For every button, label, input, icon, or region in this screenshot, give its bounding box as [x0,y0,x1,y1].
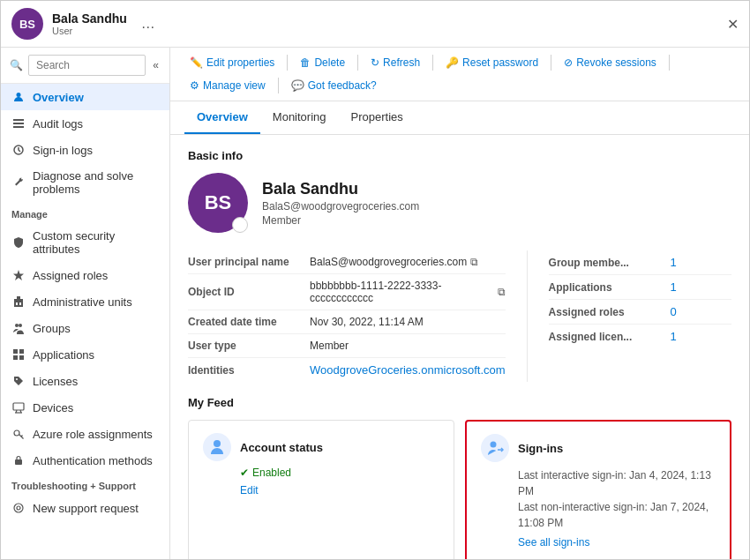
sign-ins-line2: Last non-interactive sign-in: Jan 7, 202… [518,499,716,531]
account-status-card: Account status ✔ Enabled Edit [188,420,454,559]
sidebar-item-audit-logs[interactable]: Audit logs [1,110,169,137]
svg-point-23 [14,504,23,512]
edit-properties-button[interactable]: ✏️ Edit properties [184,53,280,72]
svg-rect-17 [13,403,24,410]
svg-point-26 [491,442,497,448]
identities-row: Identities WoodgroveGroceries.onmicrosof… [188,358,506,382]
sidebar-item-signin-logs[interactable]: Sign-in logs [1,137,169,163]
ellipsis-button[interactable]: … [136,14,161,34]
sidebar-item-auth-methods[interactable]: Authentication methods [1,447,169,474]
title-bar: BS Bala Sandhu User … ✕ [1,1,749,48]
key-icon [11,427,26,441]
feed-grid: Account status ✔ Enabled Edit [188,420,731,559]
assigned-roles-value[interactable]: 0 [671,305,677,318]
toolbar-separator [278,78,279,93]
tab-properties[interactable]: Properties [339,101,416,134]
tab-monitoring[interactable]: Monitoring [260,101,339,134]
user-display-name: Bala Sandhu [262,180,419,198]
upn-row: User principal name BalaS@woodgrovegroce… [188,250,506,274]
sidebar-item-applications[interactable]: Applications [1,341,169,368]
group-member-label: Group membe... [549,257,664,269]
sidebar-item-label: Diagnose and solve problems [33,169,159,196]
objectid-row: Object ID bbbbbbbb-1111-2222-3333-cccccc… [188,274,506,310]
assigned-lic-row: Assigned licen... 1 [549,325,731,348]
group-member-value[interactable]: 1 [671,256,677,269]
assigned-lic-label: Assigned licen... [549,331,664,343]
svg-rect-1 [13,119,24,121]
svg-point-11 [19,324,22,327]
feedback-button[interactable]: 💬 Got feedback? [286,76,382,95]
sidebar-item-azure-role[interactable]: Azure role assignments [1,421,169,447]
usertype-value: Member [310,340,349,352]
upn-value: BalaS@woodgrovegroceries.com ⧉ [310,256,478,268]
overview-content: Basic info BS ✏ Bala Sandhu BalaS@woodgr… [170,135,749,559]
manage-view-button[interactable]: ⚙ Manage view [184,76,271,95]
refresh-button[interactable]: ↻ Refresh [365,53,425,72]
account-status-body: ✔ Enabled [240,467,439,479]
toolbar-separator [432,55,433,71]
toolbar-separator [357,55,358,71]
svg-point-24 [17,506,20,510]
basic-info-header: BS ✏ Bala Sandhu BalaS@woodgrovegrocerie… [188,173,731,233]
support-icon [11,501,26,515]
edit-icon: ✏️ [190,56,203,69]
objectid-value: bbbbbbbb-1111-2222-3333-cccccccccccc ⧉ [310,280,506,304]
sign-ins-icon [481,434,509,462]
toolbar-separator [287,55,288,71]
title-user-role: User [52,26,127,36]
objectid-label: Object ID [188,286,303,298]
key-icon: 🔑 [446,56,459,69]
reset-password-button[interactable]: 🔑 Reset password [440,53,544,72]
assigned-lic-value[interactable]: 1 [671,330,677,343]
title-avatar: BS [11,8,43,40]
svg-point-10 [15,324,19,327]
applications-label: Applications [549,281,664,294]
search-input[interactable] [28,55,146,76]
copy-objectid-icon[interactable]: ⧉ [498,286,506,298]
tag-icon [11,374,26,388]
svg-rect-2 [13,123,24,124]
user-email: BalaS@woodgrovegroceries.com [262,200,419,213]
toolbar-separator [669,55,670,71]
sidebar-item-assigned-roles[interactable]: Assigned roles [1,262,169,288]
tab-bar: Overview Monitoring Properties [170,101,749,135]
tab-overview[interactable]: Overview [184,101,260,134]
sidebar-item-label: Authentication methods [33,454,153,467]
see-all-sign-ins-link[interactable]: See all sign-ins [518,536,716,549]
sidebar-item-devices[interactable]: Devices [1,394,169,421]
svg-point-21 [14,430,19,436]
title-bar-left: BS Bala Sandhu User … [11,8,161,40]
user-role: Member [262,214,419,227]
manage-section-label: Manage [1,202,169,223]
sidebar-item-diagnose[interactable]: Diagnose and solve problems [1,163,169,202]
sign-ins-header: Sign-ins [481,434,716,462]
close-button[interactable]: ✕ [727,16,739,33]
info-grid: User principal name BalaS@woodgrovegroce… [188,250,731,382]
revoke-icon: ⊘ [564,56,573,69]
sidebar-item-admin-units[interactable]: Administrative units [1,288,169,315]
account-status-title: Account status [240,441,323,454]
identities-link[interactable]: WoodgroveGroceries.onmicrosoft.com [310,363,506,377]
assigned-roles-row: Assigned roles 0 [549,300,731,325]
sidebar-item-licenses[interactable]: Licenses [1,368,169,394]
revoke-sessions-button[interactable]: ⊘ Revoke sessions [559,53,662,72]
sidebar-item-groups[interactable]: Groups [1,315,169,341]
sidebar-item-custom-security[interactable]: Custom security attributes [1,223,169,262]
sidebar-item-overview[interactable]: Overview [1,84,169,110]
search-box: 🔍 « [1,48,169,84]
sidebar-item-new-support[interactable]: New support request [1,495,169,521]
sidebar-item-label: New support request [33,502,139,515]
copy-upn-icon[interactable]: ⧉ [470,256,478,268]
collapse-button[interactable]: « [151,59,161,71]
delete-icon: 🗑 [300,56,311,69]
applications-value[interactable]: 1 [671,280,677,294]
svg-rect-9 [19,302,21,305]
account-status-edit-link[interactable]: Edit [240,484,439,497]
delete-button[interactable]: 🗑 Delete [295,53,350,72]
sign-ins-body: Last interactive sign-in: Jan 4, 2024, 1… [518,467,716,531]
sidebar-item-label: Custom security attributes [33,229,159,256]
sidebar-item-label: Administrative units [33,295,132,309]
list-icon [11,116,26,131]
avatar-edit-button[interactable]: ✏ [232,217,248,233]
svg-rect-12 [13,349,18,354]
